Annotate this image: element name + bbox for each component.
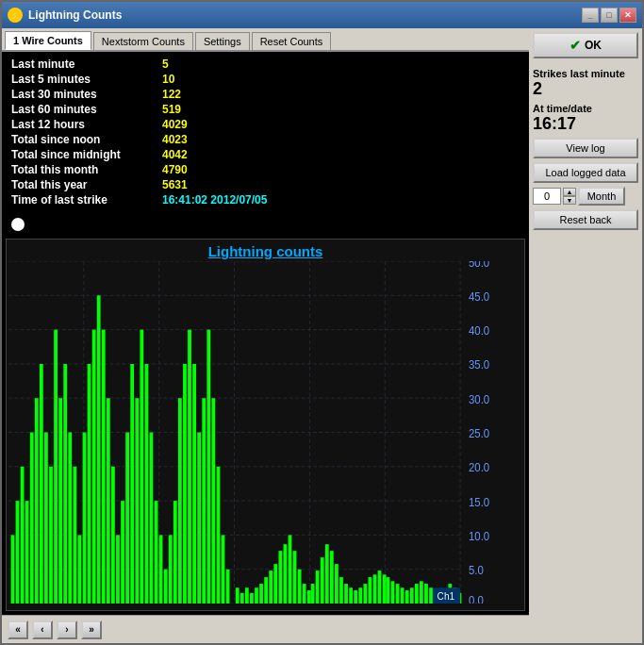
svg-rect-37 [102,330,106,604]
stat-last-strike: Time of last strike 16:41:02 2012/07/05 [11,193,520,207]
svg-rect-66 [245,587,249,604]
svg-text:10.0: 10.0 [469,529,490,543]
stat-value-since-noon: 4023 [162,133,188,146]
nav-first-button[interactable]: « [8,620,28,639]
svg-rect-105 [429,587,433,604]
svg-text:45.0: 45.0 [469,289,490,304]
svg-rect-38 [107,398,110,604]
svg-rect-94 [378,571,382,604]
svg-rect-95 [383,574,387,604]
reset-back-button[interactable]: Reset back [533,209,638,230]
svg-rect-51 [169,535,173,604]
svg-rect-80 [311,584,315,604]
svg-rect-99 [401,587,405,604]
window-icon: ⚡ [8,8,23,23]
stat-value-last-12h: 4029 [162,118,188,131]
nav-prev-button[interactable]: ‹ [32,620,53,639]
stat-value-last-strike: 16:41:02 2012/07/05 [162,193,267,207]
stat-label-this-year: Total this year [11,178,162,191]
tab-nextstorm[interactable]: Nextstorm Counts [93,32,193,50]
strikes-last-minute-section: Strikes last minute 2 [533,68,638,99]
nav-next-button[interactable]: › [57,620,77,639]
svg-rect-26 [49,467,53,604]
stat-value-this-month: 4790 [162,163,188,176]
ok-button[interactable]: ✔ OK [533,32,638,58]
svg-rect-29 [63,364,67,604]
svg-rect-36 [97,295,101,604]
stat-this-month: Total this month 4790 [11,163,520,176]
main-panel: 1 Wire Counts Nextstorm Counts Settings … [2,28,529,643]
svg-rect-34 [88,364,91,604]
svg-rect-35 [92,330,96,604]
svg-rect-96 [387,577,390,604]
svg-rect-92 [369,577,372,604]
stat-label-since-midnight: Total since midnight [11,148,162,161]
svg-rect-39 [111,467,115,604]
svg-text:0.0: 0.0 [469,594,484,604]
svg-rect-63 [226,570,230,604]
stat-label-last-minute: Last minute [11,58,162,71]
load-logged-button[interactable]: Load logged data [533,162,638,183]
tab-settings[interactable]: Settings [195,32,250,50]
svg-text:Ch1: Ch1 [438,589,455,602]
view-log-button[interactable]: View log [533,138,638,158]
svg-rect-27 [54,330,58,604]
status-indicator [11,218,25,231]
svg-rect-93 [373,574,377,604]
svg-rect-46 [144,364,148,604]
svg-rect-78 [303,584,306,604]
svg-rect-55 [188,330,191,604]
svg-rect-61 [217,467,221,604]
content-area: 1 Wire Counts Nextstorm Counts Settings … [2,28,642,643]
chart-section: Lightning counts [2,235,529,615]
minimize-button[interactable]: _ [582,8,599,23]
svg-rect-49 [159,535,163,604]
svg-rect-56 [192,364,196,604]
nav-bar: « ‹ › » [2,615,529,643]
tab-bar: 1 Wire Counts Nextstorm Counts Settings … [2,28,529,52]
maximize-button[interactable]: □ [601,8,618,23]
svg-rect-84 [330,551,334,604]
stat-last-30min: Last 30 minutes 122 [11,88,520,101]
chart-container: Lightning counts [6,239,525,611]
svg-rect-101 [410,587,414,604]
svg-rect-50 [164,570,168,604]
svg-rect-43 [130,364,134,604]
spinner-up-button[interactable]: ▲ [563,188,576,196]
tab-reset[interactable]: Reset Counts [252,32,332,50]
svg-rect-86 [339,577,343,604]
svg-rect-73 [278,551,282,604]
svg-text:15.0: 15.0 [469,495,490,509]
svg-rect-48 [155,501,158,604]
close-button[interactable]: ✕ [619,8,636,23]
at-time-value: 16:17 [533,114,638,134]
svg-rect-90 [358,587,362,604]
stat-label-last-30min: Last 30 minutes [11,88,162,101]
month-label: Month [578,187,625,206]
svg-rect-60 [211,398,215,604]
title-controls: _ □ ✕ [582,8,636,23]
spinner-down-button[interactable]: ▼ [563,196,576,205]
svg-rect-59 [206,330,210,604]
stat-value-last-5min: 10 [162,73,174,86]
svg-rect-40 [116,535,120,604]
svg-rect-100 [405,590,409,604]
svg-text:35.0: 35.0 [469,358,490,372]
at-time-label: At time/date [533,103,638,114]
svg-rect-19 [16,501,20,604]
check-icon: ✔ [570,38,581,53]
svg-rect-20 [21,467,25,604]
svg-rect-42 [125,433,129,604]
svg-rect-21 [25,501,29,604]
svg-rect-47 [150,433,154,604]
nav-last-button[interactable]: » [81,620,102,639]
svg-rect-33 [83,433,87,604]
spinner-row: ▲ ▼ Month [533,187,638,206]
svg-rect-75 [289,535,292,604]
svg-rect-23 [35,398,39,604]
svg-rect-30 [68,433,72,604]
spinner-input[interactable] [533,188,561,205]
svg-rect-44 [135,398,139,604]
svg-rect-79 [307,590,311,604]
tab-wire-counts[interactable]: 1 Wire Counts [5,31,91,50]
